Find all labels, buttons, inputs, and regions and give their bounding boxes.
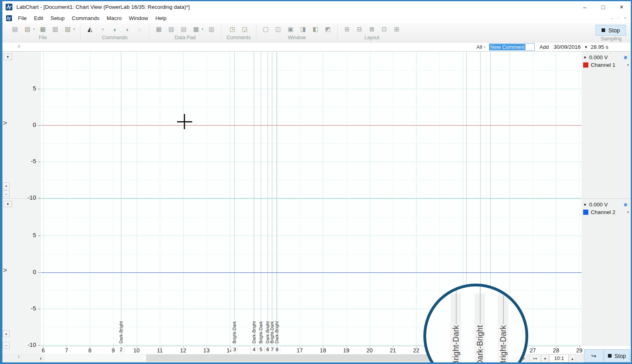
- export-icon[interactable]: ▨: [64, 25, 72, 34]
- y-axis-tick-label: 0: [22, 122, 36, 128]
- channel2-name: Channel 2: [591, 209, 616, 215]
- menu-setup[interactable]: Setup: [47, 15, 68, 21]
- channel2-scale-dropdown[interactable]: ▼: [4, 201, 12, 207]
- comment-marker-chip[interactable]: 3: [231, 346, 238, 353]
- menu-macro[interactable]: Macro: [103, 15, 125, 21]
- channel2-color-swatch: [583, 210, 588, 215]
- menu-file[interactable]: File: [14, 15, 30, 21]
- add-to-data-pad-icon[interactable]: ▧: [167, 25, 175, 34]
- time-compression-ratio[interactable]: 10:1: [549, 354, 569, 362]
- notebook-icon[interactable]: ◩: [324, 25, 332, 34]
- mdi-minimize-button[interactable]: –: [611, 16, 613, 20]
- channel1-title-row[interactable]: Channel 1 ▾: [583, 61, 630, 69]
- channel2-zoom-in-button[interactable]: +: [3, 330, 10, 337]
- find-icon[interactable]: ◭: [86, 25, 94, 34]
- menu-help[interactable]: Help: [152, 15, 170, 21]
- jump-to-end-button[interactable]: ↦: [529, 354, 541, 362]
- gridline-horizontal: [41, 218, 582, 218]
- macro-run-icon[interactable]: ◌: [135, 25, 144, 34]
- comment-marker-chip[interactable]: 4: [251, 346, 257, 353]
- pane-divider[interactable]: [41, 198, 582, 199]
- channel1-color-swatch: [583, 62, 588, 68]
- channel2-value-dropdown-icon[interactable]: ▼: [583, 203, 587, 207]
- comment-channel-filter-dropdown[interactable]: All ▾: [477, 44, 485, 50]
- layout-tile-icon[interactable]: ⊞: [343, 25, 351, 34]
- channel2-zoom-out-button[interactable]: −: [3, 342, 10, 349]
- maximize-button[interactable]: □: [594, 1, 612, 13]
- channel1-value-dropdown-icon[interactable]: ▼: [583, 56, 587, 60]
- channel1-zoom-in-button[interactable]: +: [3, 182, 10, 189]
- insert-comment-icon[interactable]: ◲: [241, 25, 249, 34]
- comment-label: Bright-Dark: [258, 310, 264, 344]
- export-icon-caret[interactable]: ▾: [74, 28, 75, 31]
- set-time-icon[interactable]: ◔: [98, 25, 107, 34]
- mdi-restore-button[interactable]: ▫: [618, 16, 620, 20]
- auto-scroll-button[interactable]: ↪: [584, 349, 604, 362]
- toolbar-group-layout: ⊞⊟⊠⊡⊞Layout: [338, 24, 406, 40]
- layout-left-icon[interactable]: ⊡: [380, 25, 388, 34]
- y-axis-tick-label: -5: [22, 305, 36, 312]
- toolbar-group-label: Comments: [227, 35, 251, 40]
- add-comment-icon[interactable]: ◳: [228, 25, 237, 34]
- menu-edit[interactable]: Edit: [30, 15, 47, 21]
- channel1-menu-caret-icon[interactable]: ▾: [627, 63, 629, 67]
- time-dropdown-icon[interactable]: ▼: [584, 45, 588, 49]
- minimize-button[interactable]: –: [576, 1, 594, 13]
- scroll-left-button[interactable]: ‹: [38, 354, 44, 362]
- bottom-stop-button[interactable]: Stop: [604, 349, 630, 362]
- toolbar-group-commands: ◭◔◗◖◌Commands: [81, 24, 149, 40]
- comment-marker-chip[interactable]: 8: [274, 346, 280, 353]
- data-pad-window-icon[interactable]: ▣: [286, 25, 295, 34]
- gridline-horizontal: [41, 254, 582, 254]
- close-button[interactable]: ×: [612, 1, 631, 13]
- channel1-scale-dropdown[interactable]: ▼: [4, 54, 12, 60]
- open-file-icon[interactable]: ▧: [23, 25, 32, 34]
- scope-view-icon[interactable]: ◨: [299, 25, 307, 34]
- channel2-menu-caret-icon[interactable]: ▾: [627, 210, 629, 214]
- window-border: [0, 0, 2, 364]
- comment-marker-chip[interactable]: 5: [258, 346, 264, 353]
- comment-label-text: Dark-Bright: [274, 321, 279, 344]
- chart-view-icon[interactable]: ▢: [262, 25, 270, 34]
- data-pad-options-icon-caret[interactable]: ▾: [202, 28, 203, 31]
- new-file-icon[interactable]: ▤: [11, 25, 19, 34]
- x-axis-tick-label: 27: [526, 347, 539, 354]
- data-pad-options-icon[interactable]: ▩: [192, 25, 200, 34]
- channel2-info-icon[interactable]: [624, 203, 627, 206]
- compression-down-button[interactable]: ▾: [541, 354, 549, 362]
- compression-up-button[interactable]: ▴: [569, 354, 576, 362]
- new-comment-input[interactable]: New Comment: [489, 43, 535, 51]
- save-file-icon[interactable]: ▦: [39, 25, 47, 34]
- layout-cascade-icon[interactable]: ⊠: [368, 25, 376, 34]
- mdi-close-button[interactable]: ×: [624, 16, 626, 20]
- x-axis-tick-label: 21: [386, 347, 400, 354]
- xy-view-icon[interactable]: ◧: [311, 25, 320, 34]
- menu-commands[interactable]: Commands: [68, 15, 103, 21]
- mdi-window-controls: – ▫ ×: [611, 16, 626, 20]
- channel1-zoom-out-button[interactable]: −: [3, 190, 10, 197]
- zoom-view-icon[interactable]: ◫: [274, 25, 282, 34]
- comment-marker-chip[interactable]: 2: [118, 346, 124, 353]
- split-handle-icon[interactable]: ↕: [18, 354, 20, 358]
- stop-marker-icon[interactable]: ◖: [123, 25, 131, 34]
- labchart-logo-icon: [6, 4, 12, 10]
- layout-right-icon[interactable]: ⊞: [392, 25, 401, 34]
- toolbar-group-data-pad: ▦▧▤▩▾▥Data Pad: [149, 24, 221, 40]
- layout-split-icon[interactable]: ⊟: [355, 25, 364, 34]
- sampling-stop-button[interactable]: Stop: [596, 25, 626, 36]
- print-icon[interactable]: ▥: [51, 25, 60, 34]
- export-data-pad-icon[interactable]: ▥: [207, 25, 216, 34]
- toolbar-group-window: ▢◫▣◨◧◩Window: [256, 24, 338, 40]
- gridline-horizontal: [41, 162, 582, 162]
- add-comment-button[interactable]: Add: [538, 44, 550, 50]
- y-axis-tick-label: -10: [22, 194, 36, 201]
- data-pad-view-icon[interactable]: ▦: [155, 25, 163, 34]
- open-file-icon-caret[interactable]: ▾: [33, 28, 35, 31]
- start-marker-icon[interactable]: ◗: [111, 25, 119, 34]
- channel1-info-icon[interactable]: [624, 56, 627, 59]
- y-axis-tick-label: -5: [22, 158, 36, 164]
- channel2-title-row[interactable]: Channel 2 ▾: [583, 208, 630, 216]
- toolbar-group-file: ▤▧▾▦▥▨▾File: [6, 24, 81, 40]
- menu-window[interactable]: Window: [125, 15, 152, 21]
- new-data-pad-row-icon[interactable]: ▤: [179, 25, 188, 34]
